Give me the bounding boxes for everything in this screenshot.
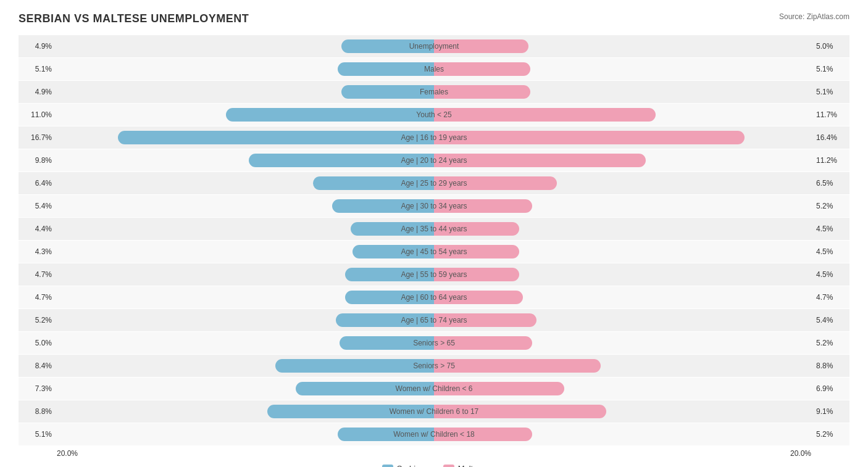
bar-left xyxy=(341,39,434,53)
bar-right xyxy=(434,176,557,190)
left-value: 4.7% xyxy=(19,293,56,302)
right-value: 5.2% xyxy=(812,339,849,347)
left-value: 8.8% xyxy=(19,407,56,416)
dual-bar-right xyxy=(434,218,812,240)
left-value: 5.1% xyxy=(19,65,56,73)
dual-bar-right xyxy=(434,195,812,217)
chart-area: 4.9%Unemployment5.0%5.1%Males5.1%4.9%Fem… xyxy=(19,35,849,445)
dual-bar: Women w/ Children < 18 xyxy=(56,423,812,445)
left-value: 5.0% xyxy=(19,339,56,347)
dual-bar-left xyxy=(56,286,434,308)
bar-right xyxy=(434,291,523,304)
dual-bar-right xyxy=(434,400,812,423)
dual-bar: Males xyxy=(56,58,812,80)
bar-left xyxy=(267,405,434,418)
dual-bar: Unemployment xyxy=(56,35,812,57)
dual-bar-right xyxy=(434,81,812,103)
dual-bar-right xyxy=(434,104,812,126)
bar-right xyxy=(434,62,530,76)
left-value: 6.4% xyxy=(19,179,56,188)
bar-right xyxy=(434,428,532,441)
dual-bar: Women w/ Children 6 to 17 xyxy=(56,400,812,423)
right-value: 5.1% xyxy=(812,88,849,96)
bar-right xyxy=(434,85,530,99)
dual-bar-left xyxy=(56,423,434,445)
bar-right xyxy=(434,222,519,236)
right-value: 11.7% xyxy=(812,110,849,119)
dual-bar: Age | 30 to 34 years xyxy=(56,195,812,217)
right-value: 4.7% xyxy=(812,293,849,302)
bar-row: 6.4%Age | 25 to 29 years6.5% xyxy=(19,172,849,194)
dual-bar-right xyxy=(434,309,812,331)
right-value: 6.5% xyxy=(812,179,849,188)
dual-bar-right xyxy=(434,126,812,149)
bar-left xyxy=(345,268,434,281)
bar-row: 16.7%Age | 16 to 19 years16.4% xyxy=(19,126,849,149)
dual-bar-left xyxy=(56,263,434,286)
dual-bar-right xyxy=(434,355,812,377)
legend-serbian-label: Serbian xyxy=(397,464,425,467)
legend-serbian-box xyxy=(382,465,393,468)
dual-bar: Age | 20 to 24 years xyxy=(56,149,812,172)
left-value: 11.0% xyxy=(19,110,56,119)
bar-row: 5.0%Seniors > 655.2% xyxy=(19,332,849,354)
bar-row: 4.4%Age | 35 to 44 years4.5% xyxy=(19,218,849,240)
left-value: 5.4% xyxy=(19,202,56,210)
bar-right xyxy=(434,199,532,213)
dual-bar-left xyxy=(56,149,434,172)
right-value: 4.5% xyxy=(812,270,849,279)
bar-right xyxy=(434,245,519,258)
axis-left-val: 20.0% xyxy=(57,449,434,458)
bar-right xyxy=(434,336,532,350)
right-value: 4.5% xyxy=(812,247,849,256)
dual-bar-left xyxy=(56,35,434,57)
dual-bar-right xyxy=(434,241,812,263)
axis-row: 20.0% 20.0% xyxy=(19,449,849,458)
dual-bar: Age | 55 to 59 years xyxy=(56,263,812,286)
right-value: 5.2% xyxy=(812,202,849,210)
dual-bar-left xyxy=(56,400,434,423)
right-value: 8.8% xyxy=(812,362,849,370)
dual-bar-right xyxy=(434,263,812,286)
left-value: 4.4% xyxy=(19,225,56,233)
right-value: 16.4% xyxy=(812,133,849,142)
bar-left xyxy=(336,313,434,327)
left-value: 5.1% xyxy=(19,430,56,439)
right-value: 4.5% xyxy=(812,225,849,233)
dual-bar-right xyxy=(434,149,812,172)
bar-right xyxy=(434,268,519,281)
legend-maltese-label: Maltese xyxy=(458,464,486,467)
left-value: 8.4% xyxy=(19,362,56,370)
right-value: 5.4% xyxy=(812,316,849,324)
axis-right-val: 20.0% xyxy=(434,449,811,458)
left-value: 4.9% xyxy=(19,42,56,51)
axis-center: 20.0% 20.0% xyxy=(56,449,812,458)
dual-bar-left xyxy=(56,104,434,126)
chart-source: Source: ZipAtlas.com xyxy=(779,12,849,21)
bar-left xyxy=(313,176,434,190)
bar-right xyxy=(434,131,745,144)
bar-row: 5.1%Males5.1% xyxy=(19,58,849,80)
dual-bar-left xyxy=(56,195,434,217)
dual-bar: Age | 60 to 64 years xyxy=(56,286,812,308)
bar-left xyxy=(275,359,434,373)
bar-right xyxy=(434,313,536,327)
bar-row: 5.4%Age | 30 to 34 years5.2% xyxy=(19,195,849,217)
bar-row: 8.4%Seniors > 758.8% xyxy=(19,355,849,377)
dual-bar: Women w/ Children < 6 xyxy=(56,378,812,400)
legend-maltese: Maltese xyxy=(443,464,486,467)
left-value: 16.7% xyxy=(19,133,56,142)
bar-row: 4.7%Age | 55 to 59 years4.5% xyxy=(19,263,849,286)
legend-serbian: Serbian xyxy=(382,464,425,467)
right-value: 9.1% xyxy=(812,407,849,416)
bar-left xyxy=(118,131,434,144)
dual-bar-left xyxy=(56,332,434,354)
right-value: 5.1% xyxy=(812,65,849,73)
bar-left xyxy=(338,62,434,76)
dual-bar-left xyxy=(56,81,434,103)
bar-row: 7.3%Women w/ Children < 66.9% xyxy=(19,378,849,400)
bar-left xyxy=(345,291,434,304)
bar-right xyxy=(434,359,601,373)
bar-right xyxy=(434,39,528,53)
dual-bar: Age | 25 to 29 years xyxy=(56,172,812,194)
